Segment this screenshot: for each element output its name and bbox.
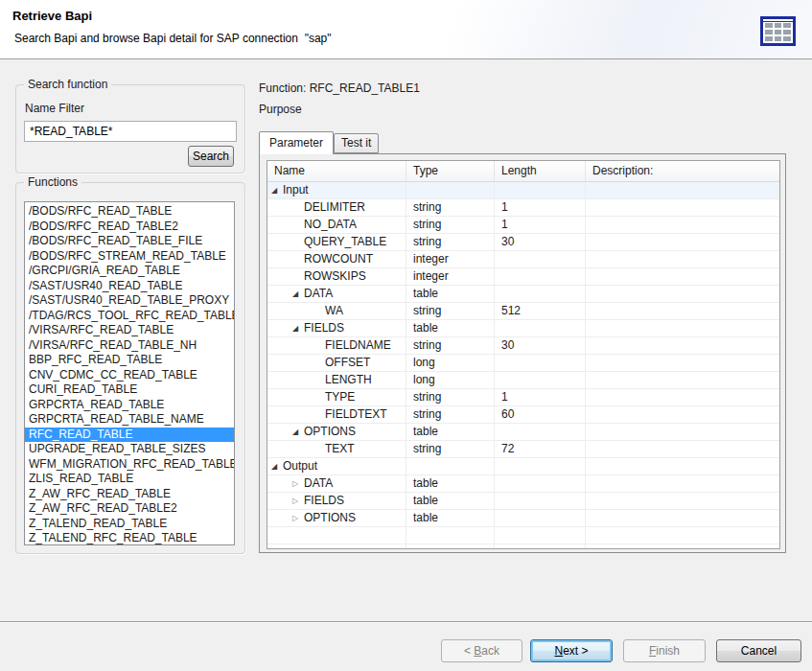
list-item[interactable]: /GRCPI/GRIA_READ_TABLE — [25, 264, 234, 279]
param-name: NO_DATA — [304, 218, 357, 231]
table-row[interactable]: ◢Input — [267, 182, 779, 199]
collapse-icon[interactable]: ◢ — [292, 424, 304, 440]
expand-icon[interactable]: ▷ — [292, 475, 304, 492]
param-description-cell — [586, 493, 779, 509]
next-button[interactable]: Next > — [530, 639, 613, 662]
function-name: RFC_READ_TABLE1 — [310, 81, 420, 95]
expand-icon[interactable]: ▷ — [292, 493, 304, 509]
table-row[interactable]: ▷OPTIONStable — [267, 510, 779, 527]
column-header-type[interactable]: Type — [406, 161, 495, 181]
list-item[interactable]: CURI_READ_TABLE — [25, 382, 234, 398]
empty-table-row — [267, 544, 779, 549]
table-row[interactable]: QUERY_TABLEstring30 — [267, 234, 779, 251]
param-type-cell: table — [406, 510, 495, 526]
param-name-cell: ◢DATA — [267, 286, 406, 302]
list-item[interactable]: /SAST/USR40_READ_TABLE_PROXY — [25, 293, 234, 309]
table-row[interactable]: ◢OPTIONStable — [267, 424, 779, 441]
param-type-cell: integer — [406, 251, 495, 267]
param-name: OPTIONS — [304, 511, 356, 524]
parameter-table-header: NameTypeLengthDescription: — [267, 161, 779, 182]
param-description-cell — [586, 458, 779, 474]
list-item[interactable]: UPGRADE_READ_TABLE_SIZES — [25, 442, 234, 457]
table-row[interactable]: ▷FIELDStable — [267, 493, 779, 510]
expand-icon[interactable]: ▷ — [292, 510, 304, 526]
table-row[interactable]: ◢DATAtable — [267, 286, 779, 303]
list-item[interactable]: Z_TALEND_READ_TABLE — [25, 517, 234, 532]
list-item[interactable]: Z_AW_RFC_READ_TABLE2 — [25, 501, 234, 517]
param-name-cell: ROWCOUNT — [267, 251, 406, 267]
param-description-cell — [586, 372, 779, 388]
back-button[interactable]: < Back — [441, 639, 522, 662]
list-item[interactable]: /BODS/RFC_READ_TABLE_FILE — [25, 234, 234, 249]
list-item[interactable]: /VIRSA/RFC_READ_TABLE — [25, 323, 234, 338]
list-item[interactable]: /SAST/USR40_READ_TABLE — [25, 279, 234, 294]
list-item[interactable]: Z_TALEND_RFC_READ_TABLE — [25, 531, 234, 545]
param-name-cell: ◢Input — [267, 182, 406, 198]
param-name-cell: ▷DATA — [267, 475, 406, 492]
param-type-cell: long — [406, 355, 495, 371]
table-row[interactable]: ROWCOUNTinteger — [267, 251, 779, 268]
tab-parameter[interactable]: Parameter — [259, 131, 334, 154]
param-type-cell: string — [406, 389, 495, 405]
functions-list[interactable]: /BODS/RFC_READ_TABLE/BODS/RFC_READ_TABLE… — [24, 201, 235, 545]
param-length-cell — [495, 424, 586, 440]
param-name: Input — [283, 183, 309, 197]
param-name-cell: WA — [267, 303, 406, 319]
param-type-cell: string — [406, 303, 495, 319]
param-type-cell: string — [406, 337, 495, 354]
table-row[interactable]: FIELDNAMEstring30 — [267, 337, 779, 355]
list-item[interactable]: /BODS/RFC_STREAM_READ_TABLE — [25, 249, 234, 265]
param-type-cell — [406, 458, 495, 474]
parameter-tab-panel: NameTypeLengthDescription: ◢InputDELIMIT… — [259, 153, 786, 553]
list-item[interactable]: CNV_CDMC_CC_READ_TABLE — [25, 368, 234, 383]
column-header-length[interactable]: Length — [495, 161, 586, 181]
collapse-icon[interactable]: ◢ — [271, 458, 283, 474]
param-length-cell — [495, 268, 586, 285]
table-row[interactable]: TYPEstring1 — [267, 389, 779, 406]
tab-test-it[interactable]: Test it — [334, 133, 379, 153]
list-item[interactable]: WFM_MIGRATION_RFC_READ_TABLE — [25, 457, 234, 473]
list-item[interactable]: /VIRSA/RFC_READ_TABLE_NH — [25, 338, 234, 354]
list-item[interactable]: GRPCRTA_READ_TABLE_NAME — [25, 412, 234, 428]
param-description-cell — [586, 406, 779, 423]
table-row[interactable]: LENGTHlong — [267, 372, 779, 389]
list-item[interactable]: /BODS/RFC_READ_TABLE — [25, 204, 234, 220]
column-header-name[interactable]: Name — [267, 161, 406, 181]
collapse-icon[interactable]: ◢ — [271, 182, 283, 198]
param-name: TYPE — [325, 390, 355, 404]
param-length-cell: 512 — [495, 303, 586, 319]
table-row[interactable]: NO_DATAstring1 — [267, 217, 779, 234]
list-item[interactable]: /TDAG/RCS_TOOL_RFC_READ_TABLE — [25, 309, 234, 324]
collapse-icon[interactable]: ◢ — [292, 320, 304, 336]
list-item[interactable]: /BODS/RFC_READ_TABLE2 — [25, 220, 234, 235]
collapse-icon[interactable]: ◢ — [292, 286, 304, 302]
table-row[interactable]: ROWSKIPSinteger — [267, 268, 779, 286]
list-item[interactable]: ZLIS_READ_TABLE — [25, 472, 234, 487]
table-row[interactable]: OFFSETlong — [267, 355, 779, 372]
column-header-description[interactable]: Description: — [586, 161, 779, 181]
table-row[interactable]: DELIMITERstring1 — [267, 199, 779, 217]
list-item[interactable]: BBP_RFC_READ_TABLE — [25, 353, 234, 368]
param-description-cell — [586, 475, 779, 492]
param-type-cell: string — [406, 217, 495, 233]
param-length-cell — [495, 458, 586, 474]
param-type-cell: integer — [406, 268, 495, 285]
table-row[interactable]: WAstring512 — [267, 303, 779, 320]
param-type-cell: string — [406, 199, 495, 216]
list-item[interactable]: Z_AW_RFC_READ_TABLE — [25, 487, 234, 502]
table-row[interactable]: ▷DATAtable — [267, 475, 779, 493]
list-item[interactable]: GRPCRTA_READ_TABLE — [25, 398, 234, 413]
cancel-button[interactable]: Cancel — [716, 639, 801, 662]
param-description-cell — [586, 320, 779, 336]
table-row[interactable]: FIELDTEXTstring60 — [267, 406, 779, 424]
list-item[interactable]: RFC_READ_TABLE — [25, 428, 234, 443]
param-name: ROWSKIPS — [304, 269, 366, 283]
table-row[interactable]: ◢Output — [267, 458, 779, 475]
finish-button[interactable]: Finish — [623, 639, 706, 662]
name-filter-input[interactable] — [24, 121, 237, 142]
table-row[interactable]: ◢FIELDStable — [267, 320, 779, 337]
search-button[interactable]: Search — [188, 146, 234, 167]
wizard-button-bar: < BackNext >FinishCancel — [0, 621, 812, 671]
table-row[interactable]: TEXTstring72 — [267, 441, 779, 458]
param-length-cell: 30 — [495, 337, 586, 354]
